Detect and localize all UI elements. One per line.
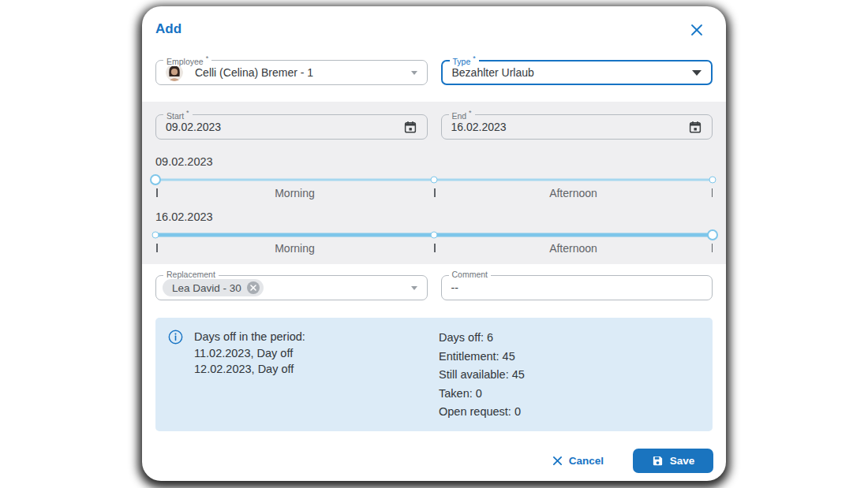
end-slider-date: 16.02.2023 <box>155 210 713 223</box>
type-select[interactable]: Type * Bezahlter Urlaub <box>441 60 713 85</box>
morning-label: Morning <box>275 187 315 199</box>
slider-handle-start[interactable] <box>152 232 159 239</box>
calendar-icon[interactable] <box>688 120 702 134</box>
end-date-field[interactable]: End * 16.02.2023 <box>441 114 713 140</box>
start-label: Start * <box>163 109 193 121</box>
calendar-icon[interactable] <box>403 120 417 134</box>
chevron-down-icon <box>692 70 702 76</box>
cancel-x-icon <box>552 456 563 466</box>
end-day-slider[interactable] <box>155 229 713 240</box>
start-slider-date: 09.02.2023 <box>155 155 713 168</box>
type-label: Type * <box>450 54 479 66</box>
tick-mark <box>712 244 713 252</box>
period-section: Start * 09.02.2023 End * 16.02.2023 <box>142 102 726 264</box>
start-slider-ticks: Morning Afternoon <box>155 186 713 201</box>
type-value: Bezahlter Urlaub <box>452 66 534 79</box>
chevron-down-icon <box>411 71 417 75</box>
leave-stats: Days off: 6 Entitlement: 45 Still availa… <box>439 329 525 422</box>
stat-taken: Taken: 0 <box>439 385 525 404</box>
save-label: Save <box>670 455 695 467</box>
end-slider-ticks: Morning Afternoon <box>155 241 713 256</box>
stat-open-request: Open request: 0 <box>439 403 525 422</box>
start-value: 09.02.2023 <box>166 121 221 133</box>
dialog-header: Add <box>142 6 726 39</box>
chip-remove-icon[interactable] <box>247 281 260 294</box>
tick-mark <box>434 188 436 197</box>
afternoon-label: Afternoon <box>549 187 597 199</box>
start-date-field[interactable]: Start * 09.02.2023 <box>155 114 428 140</box>
cancel-button[interactable]: Cancel <box>552 455 604 467</box>
tick-mark <box>156 188 158 197</box>
tick-mark <box>434 244 436 252</box>
stat-still-available: Still available: 45 <box>439 366 525 385</box>
days-off-title: Days off in the period: <box>194 329 439 345</box>
replacement-select[interactable]: Replacement Lea David - 30 <box>155 275 428 300</box>
info-icon <box>168 330 183 345</box>
employee-select[interactable]: Employee * Celli (Celina) Bremer - 1 <box>155 60 428 85</box>
comment-value: -- <box>451 281 458 294</box>
slider-handle-end[interactable] <box>709 177 716 184</box>
comment-label: Comment <box>449 270 492 279</box>
page-title: Add <box>155 21 181 37</box>
save-floppy-icon <box>652 455 664 467</box>
morning-label: Morning <box>275 242 315 255</box>
chevron-down-icon <box>411 286 417 290</box>
replacement-label: Replacement <box>163 270 219 279</box>
start-day-slider[interactable] <box>155 174 713 185</box>
employee-label: Employee * <box>163 54 211 66</box>
cancel-label: Cancel <box>569 455 604 467</box>
employee-value: Celli (Celina) Bremer - 1 <box>195 66 313 79</box>
tick-mark <box>156 244 158 252</box>
info-panel: Days off in the period: 11.02.2023, Day … <box>155 318 713 431</box>
tick-mark <box>712 188 713 197</box>
close-icon[interactable] <box>688 21 705 39</box>
slider-handle-mid[interactable] <box>431 232 438 239</box>
dialog-footer: Cancel Save <box>142 431 726 473</box>
days-off-item: 12.02.2023, Day off <box>194 361 439 378</box>
employee-avatar <box>166 64 183 81</box>
stat-days-off: Days off: 6 <box>439 329 525 348</box>
replacement-chip: Lea David - 30 <box>163 279 264 296</box>
save-button[interactable]: Save <box>633 449 713 473</box>
add-dialog: Add Employee * Celli (Celi <box>142 6 726 481</box>
comment-field[interactable]: Comment -- <box>441 275 713 300</box>
slider-handle-start[interactable] <box>150 174 161 185</box>
chip-label: Lea David - 30 <box>172 282 241 294</box>
end-label: End * <box>449 109 475 121</box>
slider-handle-end[interactable] <box>707 229 718 240</box>
end-value: 16.02.2023 <box>451 121 507 133</box>
stat-entitlement: Entitlement: 45 <box>439 348 525 367</box>
days-off-item: 11.02.2023, Day off <box>194 345 439 362</box>
slider-handle-mid[interactable] <box>431 177 438 184</box>
afternoon-label: Afternoon <box>549 242 597 255</box>
days-off-list: Days off in the period: 11.02.2023, Day … <box>194 329 439 378</box>
